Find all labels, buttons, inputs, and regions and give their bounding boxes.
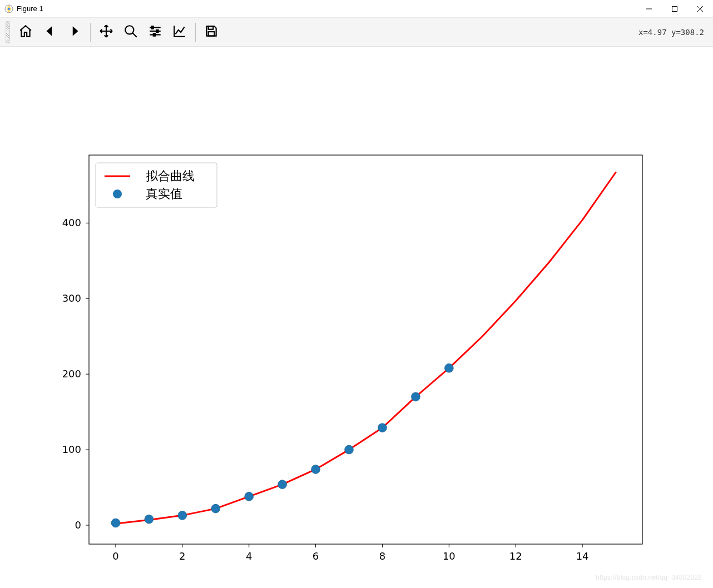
svg-text:14: 14: [576, 550, 589, 562]
forward-button[interactable]: [63, 21, 86, 43]
pan-button[interactable]: [95, 21, 117, 43]
svg-point-48: [278, 480, 287, 489]
maximize-button[interactable]: [662, 0, 687, 18]
svg-rect-13: [154, 33, 155, 36]
svg-line-7: [132, 33, 137, 37]
chart-svg: 024681012140100200300400 拟合曲线真实值: [0, 47, 713, 588]
svg-point-6: [125, 26, 133, 34]
svg-text:10: 10: [443, 550, 455, 562]
save-icon: [204, 24, 219, 41]
cursor-coordinates: x=4.97 y=308.2: [638, 28, 707, 37]
search-icon: [123, 24, 138, 41]
svg-text:4: 4: [246, 550, 252, 562]
save-button[interactable]: [200, 21, 222, 43]
toolbar-separator: [90, 23, 91, 42]
svg-point-52: [411, 392, 420, 401]
svg-point-57: [113, 190, 122, 198]
zoom-button[interactable]: [120, 21, 142, 43]
svg-text:6: 6: [313, 550, 319, 562]
configure-subplots-button[interactable]: [144, 21, 166, 43]
svg-text:100: 100: [62, 444, 81, 455]
svg-text:0: 0: [112, 550, 118, 562]
svg-rect-14: [209, 26, 214, 29]
edit-axes-button[interactable]: [169, 21, 191, 43]
svg-text:200: 200: [62, 368, 81, 380]
home-button[interactable]: [14, 21, 37, 43]
home-icon: [18, 24, 33, 41]
svg-text:12: 12: [509, 550, 522, 562]
arrow-left-icon: [43, 24, 57, 41]
toolbar: x=4.97 y=308.2: [0, 18, 713, 47]
svg-point-53: [444, 363, 453, 372]
plot-area[interactable]: 024681012140100200300400 拟合曲线真实值 https:/…: [0, 47, 713, 588]
svg-text:2: 2: [179, 550, 185, 562]
move-icon: [99, 24, 113, 41]
svg-point-1: [8, 8, 10, 10]
app-icon: [4, 4, 13, 13]
svg-rect-12: [156, 29, 158, 32]
svg-rect-15: [209, 32, 215, 36]
svg-text:0: 0: [75, 519, 81, 531]
svg-point-49: [311, 465, 320, 474]
svg-rect-3: [672, 6, 677, 11]
svg-point-46: [211, 504, 220, 513]
svg-text:真实值: 真实值: [146, 187, 182, 201]
svg-point-51: [378, 423, 387, 432]
svg-point-44: [145, 515, 154, 524]
arrow-right-icon: [67, 24, 82, 41]
sliders-icon: [148, 24, 162, 41]
chart-line-icon: [172, 24, 187, 41]
svg-rect-16: [89, 155, 642, 544]
svg-text:400: 400: [62, 217, 81, 228]
toolbar-separator: [195, 23, 196, 42]
back-button[interactable]: [39, 21, 61, 43]
svg-text:300: 300: [62, 292, 81, 304]
close-button[interactable]: [687, 0, 713, 18]
minimize-button[interactable]: [636, 0, 662, 18]
svg-text:8: 8: [379, 550, 385, 562]
svg-point-45: [178, 511, 187, 520]
window-title: Figure 1: [17, 4, 43, 13]
svg-point-50: [345, 445, 354, 454]
svg-point-47: [245, 492, 254, 501]
svg-rect-11: [152, 26, 154, 28]
toolbar-grip[interactable]: [6, 21, 10, 43]
window-titlebar: Figure 1: [0, 0, 713, 18]
svg-point-43: [111, 519, 120, 527]
svg-text:拟合曲线: 拟合曲线: [146, 169, 195, 183]
watermark: https://blog.csdn.net/qq_34802028: [596, 574, 702, 581]
